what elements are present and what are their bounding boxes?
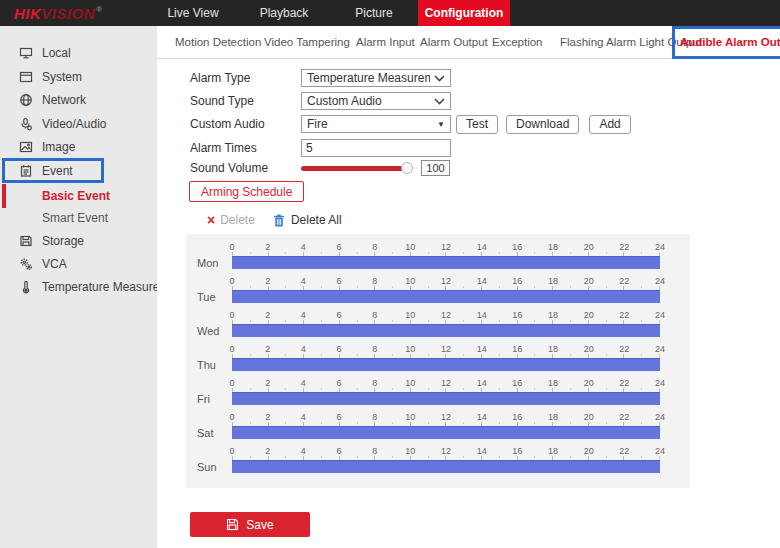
hour-tick-label: 22 <box>619 310 629 320</box>
hour-tick-label: 22 <box>619 276 629 286</box>
schedule-bar[interactable] <box>232 426 660 439</box>
schedule-day-row: Mon 024681012141618202224 <box>186 242 690 276</box>
schedule-timeline[interactable]: 024681012141618202224 <box>232 446 660 480</box>
schedule-bar[interactable] <box>232 290 660 303</box>
test-button[interactable]: Test <box>456 115 498 134</box>
hour-tick-label: 8 <box>372 276 377 286</box>
hour-tick-label: 20 <box>584 276 594 286</box>
hour-tick-label: 16 <box>512 446 522 456</box>
sidebar-item-smart-event[interactable]: Smart Event <box>0 207 157 229</box>
hour-tick-label: 6 <box>336 276 341 286</box>
schedule-timeline[interactable]: 024681012141618202224 <box>232 344 660 378</box>
tab-alarm-output[interactable]: Alarm Output <box>420 26 488 59</box>
nav-picture[interactable]: Picture <box>344 0 404 26</box>
hour-tick-label: 12 <box>441 242 451 252</box>
schedule-bar[interactable] <box>232 358 660 371</box>
hour-tick-label: 14 <box>477 242 487 252</box>
hour-tick-label: 2 <box>265 242 270 252</box>
schedule-timeline[interactable]: 024681012141618202224 <box>232 276 660 310</box>
sidebar-item-local[interactable]: Local <box>0 42 157 64</box>
hour-tick-label: 0 <box>229 344 234 354</box>
schedule-toolbar: × Delete Delete All <box>207 211 342 229</box>
schedule-bar[interactable] <box>232 256 660 269</box>
schedule-bar-track[interactable] <box>232 256 660 269</box>
download-button[interactable]: Download <box>506 115 579 134</box>
hour-tick-label: 12 <box>441 412 451 422</box>
hour-tick-label: 24 <box>655 344 665 354</box>
schedule-bar[interactable] <box>232 460 660 473</box>
nav-configuration[interactable]: Configuration <box>418 0 510 26</box>
hour-tick-label: 0 <box>229 310 234 320</box>
add-button[interactable]: Add <box>589 115 630 134</box>
schedule-bar-track[interactable] <box>232 290 660 303</box>
hour-tick-label: 10 <box>405 378 415 388</box>
hour-tick-label: 18 <box>548 344 558 354</box>
hour-tick-label: 6 <box>336 310 341 320</box>
nav-live-view[interactable]: Live View <box>160 0 226 26</box>
volume-slider-handle[interactable] <box>401 162 413 174</box>
hour-tick-label: 4 <box>301 242 306 252</box>
schedule-bar[interactable] <box>232 324 660 337</box>
hour-tick-label: 20 <box>584 242 594 252</box>
hour-tick-label: 2 <box>265 378 270 388</box>
hour-tick-label: 14 <box>477 310 487 320</box>
sidebar-item-storage[interactable]: Storage <box>0 230 157 252</box>
storage-icon <box>19 234 33 248</box>
thermometer-icon <box>19 280 33 294</box>
alarm-type-select[interactable]: Temperature Measurement <box>301 69 451 87</box>
schedule-day-label: Mon <box>186 242 232 276</box>
delete-all-button[interactable]: Delete All <box>291 213 342 227</box>
schedule-day-row: Tue 024681012141618202224 <box>186 276 690 310</box>
tab-exception[interactable]: Exception <box>492 26 543 59</box>
gears-icon <box>19 257 33 271</box>
hour-tick-label: 22 <box>619 446 629 456</box>
tab-audible-alarm-output[interactable]: Audible Alarm Output <box>672 26 780 59</box>
sidebar-item-image[interactable]: Image <box>0 136 157 158</box>
sound-type-select[interactable]: Custom Audio <box>301 92 451 110</box>
schedule-bar[interactable] <box>232 392 660 405</box>
schedule-day-row: Fri 024681012141618202224 <box>186 378 690 412</box>
hour-tick-label: 6 <box>336 412 341 422</box>
hour-tick-label: 2 <box>265 310 270 320</box>
schedule-day-label: Wed <box>186 310 232 344</box>
tab-motion-detection[interactable]: Motion Detection <box>175 26 261 59</box>
sidebar-item-network[interactable]: Network <box>0 89 157 111</box>
sidebar-item-basic-event[interactable]: Basic Event <box>0 185 157 207</box>
tab-video-tampering[interactable]: Video Tampering <box>264 26 350 59</box>
sidebar-item-temperature-measurement[interactable]: Temperature Measurement <box>0 276 157 298</box>
save-button[interactable]: Save <box>190 512 310 537</box>
schedule-hour-ruler: 024681012141618202224 <box>232 242 660 252</box>
nav-playback[interactable]: Playback <box>250 0 318 26</box>
schedule-timeline[interactable]: 024681012141618202224 <box>232 412 660 446</box>
tab-bar: Motion Detection Video Tampering Alarm I… <box>157 26 780 59</box>
schedule-bar-track[interactable] <box>232 426 660 439</box>
custom-audio-select[interactable]: Fire ▼ <box>301 115 451 133</box>
schedule-timeline[interactable]: 024681012141618202224 <box>232 378 660 412</box>
hour-tick-label: 24 <box>655 276 665 286</box>
schedule-timeline[interactable]: 024681012141618202224 <box>232 310 660 344</box>
custom-audio-row: Custom Audio Fire ▼ Test Download Add <box>190 115 631 133</box>
schedule-day-label: Sat <box>186 412 232 446</box>
volume-slider[interactable] <box>301 161 407 175</box>
sidebar-item-vca[interactable]: VCA <box>0 253 157 275</box>
delete-x-icon: × <box>207 213 215 227</box>
sidebar-item-system[interactable]: System <box>0 66 157 88</box>
schedule-bar-track[interactable] <box>232 392 660 405</box>
top-nav-bar: HIKVISION® Live View Playback Picture Co… <box>0 0 780 26</box>
tab-alarm-input[interactable]: Alarm Input <box>356 26 415 59</box>
schedule-timeline[interactable]: 024681012141618202224 <box>232 242 660 276</box>
alarm-times-input[interactable] <box>301 139 451 157</box>
arming-schedule-section-button[interactable]: Arming Schedule <box>189 181 304 202</box>
sidebar-item-video-audio[interactable]: Video/Audio <box>0 113 157 135</box>
hour-tick-label: 10 <box>405 276 415 286</box>
logo-text-hik: HIK <box>14 5 41 22</box>
schedule-bar-track[interactable] <box>232 358 660 371</box>
logo-registered-mark: ® <box>96 5 102 14</box>
arming-schedule-grid: Mon 024681012141618202224 Tue 0246810121… <box>186 234 690 488</box>
system-icon <box>19 70 33 84</box>
delete-button[interactable]: Delete <box>220 213 255 227</box>
schedule-bar-track[interactable] <box>232 460 660 473</box>
schedule-day-label: Sun <box>186 446 232 480</box>
schedule-bar-track[interactable] <box>232 324 660 337</box>
hour-tick-label: 2 <box>265 344 270 354</box>
